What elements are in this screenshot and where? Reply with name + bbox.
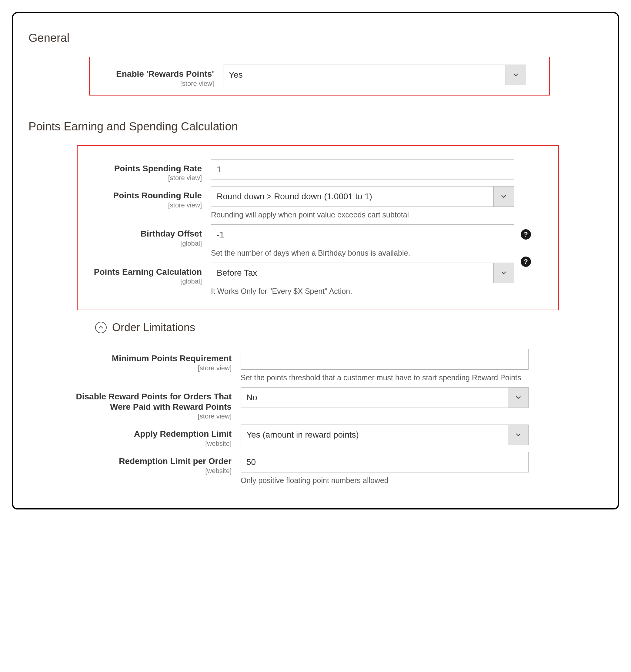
chevron-down-icon — [494, 186, 514, 207]
min-points-scope: [store view] — [65, 364, 231, 372]
enable-rewards-select[interactable]: Yes — [223, 65, 526, 85]
apply-redemption-limit-scope: [website] — [65, 440, 231, 448]
earning-calculation-value: Before Tax — [211, 263, 514, 283]
general-section-title: General — [28, 31, 603, 45]
order-limitations-body: Minimum Points Requirement [store view] … — [65, 349, 603, 485]
spending-rate-label: Points Spending Rate — [78, 164, 202, 174]
redemption-per-order-note: Only positive floating point numbers all… — [241, 476, 529, 486]
field-earning-calculation: Points Earning Calculation [global] Befo… — [78, 263, 552, 296]
chevron-down-icon — [508, 387, 529, 408]
rounding-rule-label: Points Rounding Rule — [78, 190, 202, 201]
earning-calculation-select[interactable]: Before Tax — [211, 263, 514, 283]
birthday-offset-note: Set the number of days when a Birthday b… — [211, 248, 514, 258]
apply-redemption-limit-select[interactable]: Yes (amount in reward points) — [241, 425, 529, 445]
disable-reward-label: Disable Reward Points for Orders That We… — [65, 391, 231, 412]
enable-rewards-scope: [store view] — [90, 80, 214, 88]
earning-calculation-scope: [global] — [78, 278, 202, 285]
help-icon[interactable]: ? — [521, 257, 531, 267]
spending-rate-input[interactable] — [211, 159, 514, 180]
apply-redemption-limit-label-col: Apply Redemption Limit [website] — [65, 425, 241, 448]
field-enable-rewards: Enable 'Rewards Points' [store view] Yes — [90, 65, 543, 88]
order-limitations-title: Order Limitations — [112, 321, 195, 334]
enable-rewards-label-col: Enable 'Rewards Points' [store view] — [90, 65, 223, 88]
general-highlight-box: Enable 'Rewards Points' [store view] Yes — [89, 57, 550, 96]
rounding-rule-label-col: Points Rounding Rule [store view] — [78, 186, 211, 209]
section-divider — [28, 107, 603, 108]
calc-section-title: Points Earning and Spending Calculation — [28, 120, 603, 133]
rounding-rule-scope: [store view] — [78, 201, 202, 209]
chevron-down-icon — [508, 425, 529, 445]
calc-highlight-box: Points Spending Rate [store view] Points… — [77, 145, 559, 311]
field-spending-rate: Points Spending Rate [store view] — [78, 159, 552, 182]
order-limitations-header: Order Limitations — [95, 321, 603, 334]
field-redemption-per-order: Redemption Limit per Order [website] Onl… — [65, 452, 603, 486]
rounding-rule-value: Round down > Round down (1.0001 to 1) — [211, 186, 514, 207]
min-points-input[interactable] — [241, 349, 529, 370]
chevron-down-icon — [506, 65, 526, 85]
birthday-offset-scope: [global] — [78, 240, 202, 247]
min-points-note: Set the points threshold that a customer… — [241, 373, 529, 383]
field-disable-reward: Disable Reward Points for Orders That We… — [65, 387, 603, 420]
help-icon[interactable]: ? — [521, 229, 531, 240]
min-points-label: Minimum Points Requirement — [65, 353, 231, 364]
field-birthday-offset: Birthday Offset [global] ? Set the numbe… — [78, 224, 552, 258]
earning-calculation-note: It Works Only for "Every $X Spent" Actio… — [211, 286, 514, 296]
redemption-per-order-input[interactable] — [241, 452, 529, 473]
rounding-rule-note: Rounding will apply when point value exc… — [211, 210, 514, 220]
field-min-points: Minimum Points Requirement [store view] … — [65, 349, 603, 383]
chevron-up-icon — [99, 326, 103, 329]
enable-rewards-value: Yes — [223, 65, 526, 85]
apply-redemption-limit-value: Yes (amount in reward points) — [241, 425, 529, 445]
disable-reward-select[interactable]: No — [241, 387, 529, 408]
redemption-per-order-label: Redemption Limit per Order — [65, 456, 231, 466]
rounding-rule-select[interactable]: Round down > Round down (1.0001 to 1) — [211, 186, 514, 207]
spending-rate-scope: [store view] — [78, 174, 202, 182]
min-points-label-col: Minimum Points Requirement [store view] — [65, 349, 241, 372]
birthday-offset-label: Birthday Offset — [78, 229, 202, 239]
collapse-toggle[interactable] — [95, 322, 107, 333]
enable-rewards-label: Enable 'Rewards Points' — [90, 69, 214, 79]
redemption-per-order-scope: [website] — [65, 467, 231, 475]
settings-panel: General Enable 'Rewards Points' [store v… — [12, 12, 619, 509]
disable-reward-value: No — [241, 387, 529, 408]
apply-redemption-limit-label: Apply Redemption Limit — [65, 429, 231, 439]
spending-rate-label-col: Points Spending Rate [store view] — [78, 159, 211, 182]
birthday-offset-input[interactable] — [211, 224, 514, 245]
earning-calculation-label-col: Points Earning Calculation [global] — [78, 263, 211, 286]
field-rounding-rule: Points Rounding Rule [store view] Round … — [78, 186, 552, 220]
field-apply-redemption-limit: Apply Redemption Limit [website] Yes (am… — [65, 425, 603, 448]
disable-reward-label-col: Disable Reward Points for Orders That We… — [65, 387, 241, 420]
disable-reward-scope: [store view] — [65, 412, 231, 420]
birthday-offset-label-col: Birthday Offset [global] — [78, 224, 211, 247]
earning-calculation-label: Points Earning Calculation — [78, 267, 202, 277]
redemption-per-order-label-col: Redemption Limit per Order [website] — [65, 452, 241, 475]
chevron-down-icon — [494, 263, 514, 283]
